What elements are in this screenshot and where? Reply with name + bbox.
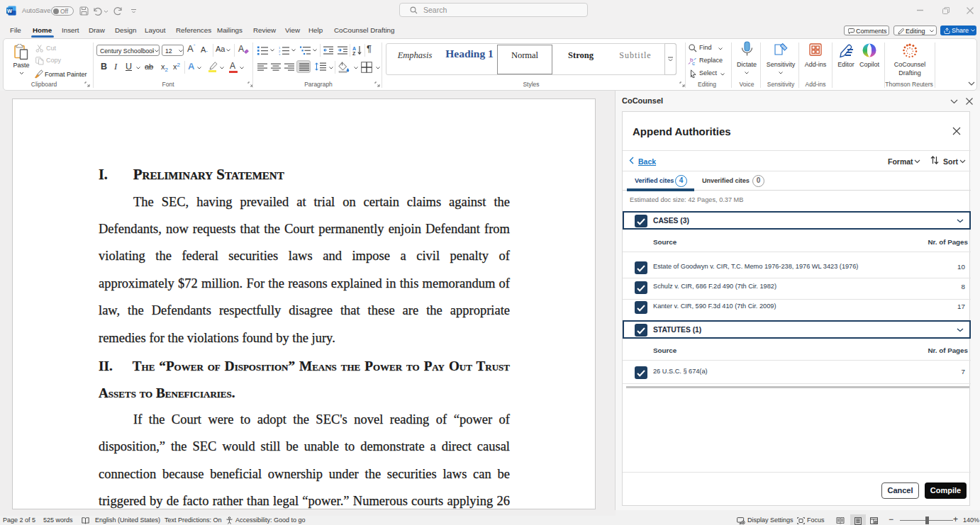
svg-text:c: c [692,60,695,66]
